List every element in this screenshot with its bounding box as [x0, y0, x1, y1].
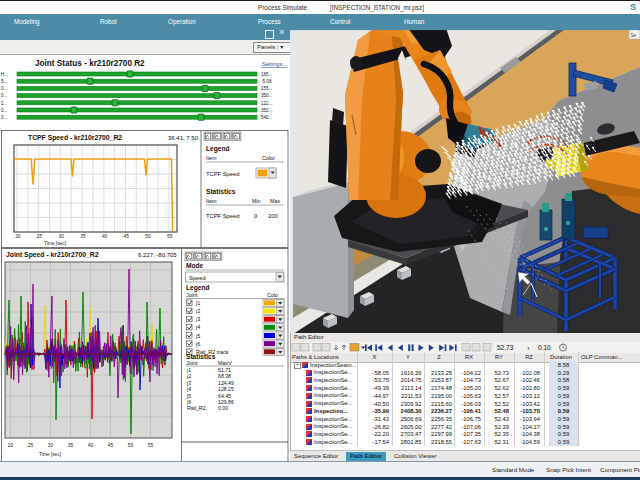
svg-text:52.73: 52.73	[497, 344, 514, 351]
svg-text:◐: ◐	[527, 345, 531, 351]
svg-text:0.10: 0.10	[538, 344, 551, 351]
